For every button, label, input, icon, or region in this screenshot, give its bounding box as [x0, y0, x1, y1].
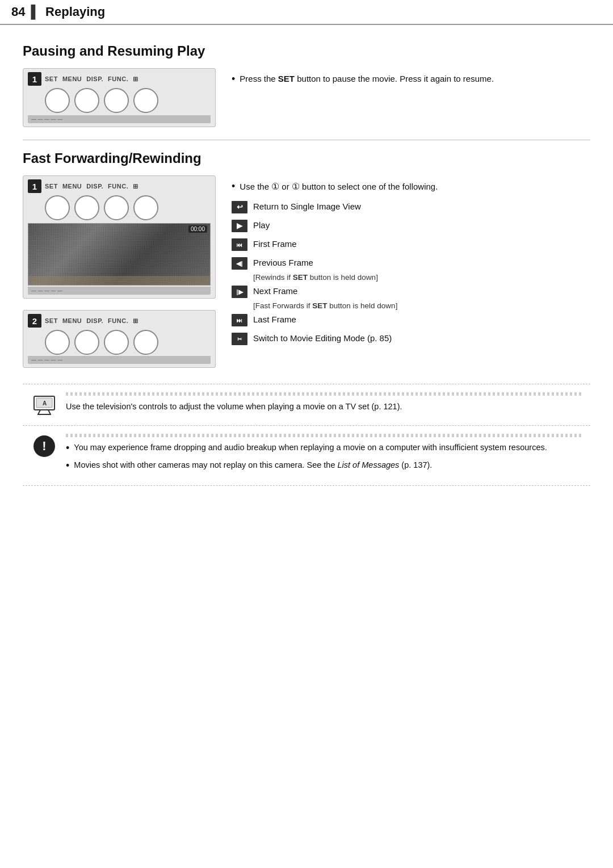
menu-icon-list: ↩ Return to Single Image View ▶ Play ⏮ F… [232, 200, 590, 345]
symbol-1: ① [271, 182, 279, 191]
play-label: Play [253, 219, 590, 232]
next-frame-sub: [Fast Forwards if SET button is held dow… [253, 301, 590, 310]
cam3-label-menu: MENU [62, 317, 82, 325]
note-tv: A Use the television's controls to adjus… [23, 384, 590, 426]
camera-timer: 00:00 [188, 225, 207, 233]
camera-device-top-2: 1 SET MENU DISP. FUNC. ⊞ [28, 179, 211, 193]
next-frame-label: Next Frame [253, 285, 590, 298]
warning-text-1: You may experience frame dropping and au… [74, 442, 547, 454]
warning-text-2: Movies shot with other cameras may not r… [74, 459, 432, 472]
warning-note-text: • You may experience frame dropping and … [66, 434, 581, 477]
cam2-btn-2 [74, 195, 99, 220]
warning-dot-1: • [66, 442, 69, 455]
camera-device-top-3: 2 SET MENU DISP. FUNC. ⊞ [28, 314, 211, 328]
return-label: Return to Single Image View [253, 200, 590, 213]
header-separator: ▌ [31, 5, 40, 19]
warning-note-icon: ! [32, 434, 57, 459]
menu-item-first-frame: ⏮ First Frame [232, 238, 590, 251]
camera-screen-image: 00:00 [28, 223, 211, 286]
cam-btn-4 [133, 88, 158, 113]
cam-label-menu: MENU [62, 76, 82, 83]
note-title-bar-1 [66, 392, 581, 396]
section2-title: Fast Forwarding/Rewinding [23, 150, 590, 166]
menu-item-next-frame: |▶ Next Frame [232, 285, 590, 298]
cam2-label-menu: MENU [62, 183, 82, 190]
camera-label-row-2: SET MENU DISP. FUNC. ⊞ [45, 183, 138, 190]
cam2-btn-4 [133, 195, 158, 220]
camera-device-step1: 1 SET MENU DISP. FUNC. ⊞ — — — — — [23, 68, 216, 127]
set-bold-1: SET [278, 74, 295, 83]
list-of-messages-italic: List of Messages [338, 460, 400, 469]
camera-label-row-3: SET MENU DISP. FUNC. ⊞ [45, 317, 138, 325]
first-frame-icon: ⏮ [232, 238, 247, 251]
menu-item-edit-mode: ✂ Switch to Movie Editing Mode (p. 85) [232, 332, 590, 345]
note-title-bar-2 [66, 434, 581, 437]
warning-bullet-1: • You may experience frame dropping and … [66, 442, 581, 455]
section1-instruction: • Press the SET button to pause the movi… [232, 68, 590, 90]
prev-frame-sub: [Rewinds if SET button is held down] [253, 273, 590, 282]
first-frame-label: First Frame [253, 238, 590, 251]
camera-buttons-row3 [45, 330, 211, 355]
camera-buttons-row1 [45, 88, 211, 113]
bullet-dot-1: • [232, 73, 235, 86]
edit-mode-icon: ✂ [232, 333, 247, 345]
prev-frame-icon: ◀| [232, 257, 247, 270]
section2-instructions: • Use the ① or ① button to select one of… [232, 175, 590, 351]
svg-line-2 [38, 410, 40, 414]
menu-item-last-frame: ⏭ Last Frame [232, 313, 590, 326]
edit-mode-label: Switch to Movie Editing Mode (p. 85) [253, 332, 590, 345]
menu-item-prev-frame: ◀| Previous Frame [232, 257, 590, 270]
tv-note-icon: A [32, 392, 57, 417]
svg-line-3 [48, 410, 51, 414]
camera-bottom-bar-1: — — — — — [28, 115, 211, 123]
return-icon: ↩ [232, 201, 247, 213]
last-frame-label: Last Frame [253, 313, 590, 326]
last-frame-icon: ⏭ [232, 314, 247, 326]
camera-bottom-text-2: — — — — — [31, 288, 62, 293]
step2-badge-2: 2 [28, 314, 41, 328]
cam3-btn-3 [104, 330, 129, 355]
section1-bullet: • Press the SET button to pause the movi… [232, 73, 590, 86]
symbol-2: ① [292, 182, 300, 191]
section-divider-1 [23, 140, 590, 140]
camera-column: 1 SET MENU DISP. FUNC. ⊞ [23, 175, 216, 368]
cam-label-set: SET [45, 76, 58, 83]
cam2-label-disp: DISP. [86, 183, 103, 190]
warning-dot-2: • [66, 459, 69, 472]
main-content: Pausing and Resuming Play 1 SET MENU DIS… [0, 25, 613, 502]
header-title: Replaying [45, 5, 105, 19]
notes-section: A Use the television's controls to adjus… [23, 384, 590, 486]
step2-badge: 1 [28, 179, 41, 193]
camera-bottom-bar-3: — — — — — [28, 356, 211, 364]
cam-btn-3 [104, 88, 129, 113]
prev-frame-label: Previous Frame [253, 257, 590, 270]
cam2-label-func: FUNC. [108, 183, 128, 190]
warning-bullet-2: • Movies shot with other cameras may not… [66, 459, 581, 472]
camera-bottom-text-1: — — — — — [31, 116, 62, 122]
set-bold-prev: SET [293, 273, 308, 282]
cam-btn-1 [45, 88, 70, 113]
cam3-btn-2 [74, 330, 99, 355]
camera-device-step2-2: 2 SET MENU DISP. FUNC. ⊞ — — [23, 310, 216, 368]
menu-item-play: ▶ Play [232, 219, 590, 232]
section1-step1: 1 SET MENU DISP. FUNC. ⊞ — — — — — [23, 68, 590, 127]
camera-bottom-bar-2: — — — — — [28, 287, 211, 295]
camera-buttons-row2 [45, 195, 211, 220]
camera-device-top: 1 SET MENU DISP. FUNC. ⊞ [28, 72, 211, 86]
cam3-btn-4 [133, 330, 158, 355]
cam2-label-set: SET [45, 183, 58, 190]
cam2-btn-3 [104, 195, 129, 220]
note-warning: ! • You may experience frame dropping an… [23, 426, 590, 486]
cam3-label-func: FUNC. [108, 317, 128, 325]
camera-device-step2-1: 1 SET MENU DISP. FUNC. ⊞ [23, 175, 216, 299]
section2-intro-bullet: • Use the ① or ① button to select one of… [232, 180, 590, 194]
cam3-label-icon: ⊞ [133, 317, 138, 325]
camera-bottom-text-3: — — — — — [31, 357, 62, 363]
cam-btn-2 [74, 88, 99, 113]
section1-text: Press the SET button to pause the movie.… [240, 73, 494, 86]
set-bold-next: SET [312, 301, 327, 310]
section1-title: Pausing and Resuming Play [23, 43, 590, 59]
next-frame-icon: |▶ [232, 286, 247, 298]
play-icon: ▶ [232, 220, 247, 232]
tv-note-text: Use the television's controls to adjust … [66, 392, 581, 413]
